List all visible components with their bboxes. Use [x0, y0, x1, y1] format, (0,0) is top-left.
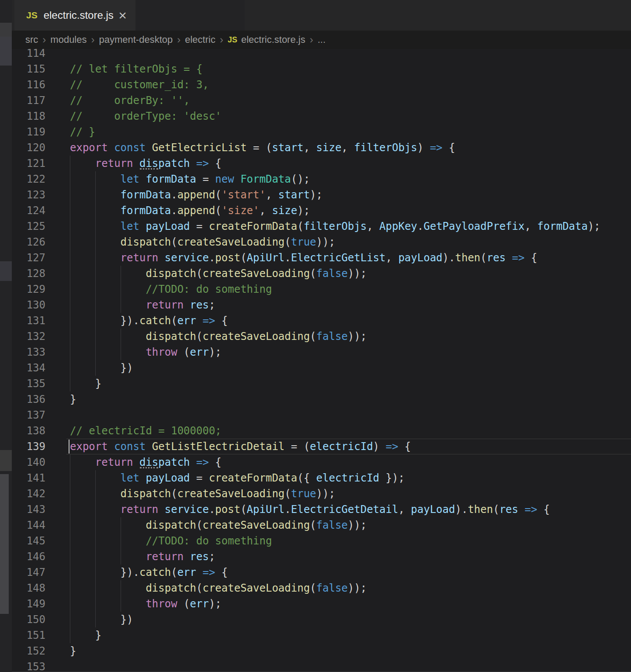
- line-number: 143: [12, 502, 45, 517]
- code-line[interactable]: 117// orderBy: '',: [12, 93, 631, 108]
- code-lines: 114115// let filterObjs = {116// custome…: [12, 49, 631, 672]
- code-text: }).catch(err => {: [70, 565, 228, 580]
- line-number: 138: [12, 423, 45, 439]
- line-number: 119: [12, 124, 45, 140]
- chevron-right-icon: ›: [177, 34, 180, 46]
- code-text: // customer_id: 3,: [70, 77, 209, 93]
- line-number: 132: [12, 329, 45, 344]
- code-line[interactable]: 122 let formData = new FormData();: [12, 171, 631, 187]
- line-number: 121: [12, 156, 45, 171]
- code-line[interactable]: 130 return res;: [12, 297, 631, 313]
- breadcrumb-item[interactable]: ...: [318, 34, 326, 45]
- code-text: //TODO: do something: [70, 533, 272, 549]
- code-line[interactable]: 146 return res;: [12, 549, 631, 565]
- line-number: 131: [12, 313, 45, 329]
- code-text: formData.append('start', start);: [70, 187, 322, 203]
- line-number: 117: [12, 93, 45, 108]
- line-number: 126: [12, 234, 45, 250]
- code-line[interactable]: 133 throw (err);: [12, 344, 631, 360]
- code-line[interactable]: 139export const GetListElectricDetail = …: [12, 439, 631, 454]
- code-line[interactable]: 115// let filterObjs = {: [12, 61, 631, 77]
- line-number: 128: [12, 266, 45, 281]
- code-line[interactable]: 148 dispatch(createSaveLoading(false));: [12, 580, 631, 596]
- code-line[interactable]: 141 let payLoad = createFormData({ elect…: [12, 470, 631, 486]
- code-line[interactable]: 153: [12, 659, 631, 672]
- code-text: // }: [70, 124, 95, 140]
- code-text: formData.append('size', size);: [70, 203, 310, 218]
- code-line[interactable]: 119// }: [12, 124, 631, 140]
- code-line[interactable]: 116// customer_id: 3,: [12, 77, 631, 93]
- line-number: 127: [12, 250, 45, 266]
- breadcrumb-label: electric: [185, 34, 215, 45]
- panel-sliver-block: [0, 450, 12, 471]
- code-line[interactable]: 151 }: [12, 627, 631, 643]
- code-line[interactable]: 118// orderType: 'desc': [12, 108, 631, 124]
- line-number: 137: [12, 407, 45, 423]
- code-line[interactable]: 123 formData.append('start', start);: [12, 187, 631, 203]
- code-line[interactable]: 138// electricId = 1000000;: [12, 423, 631, 439]
- code-line[interactable]: 129 //TODO: do something: [12, 281, 631, 297]
- line-number: 133: [12, 344, 45, 360]
- code-text: return service.post(ApiUrl.ElectricGetLi…: [70, 250, 537, 266]
- code-text: }): [70, 612, 133, 627]
- code-line[interactable]: 120export const GetElectricList = (start…: [12, 140, 631, 156]
- line-number: 146: [12, 549, 45, 565]
- code-line[interactable]: 142 dispatch(createSaveLoading(true));: [12, 486, 631, 502]
- breadcrumb-item[interactable]: electric: [185, 34, 215, 45]
- breadcrumb-label: ...: [318, 34, 326, 45]
- adjacent-panel-sliver: [0, 0, 12, 672]
- line-number: 136: [12, 391, 45, 407]
- editor-group: JS electric.store.js × src›modules›payme…: [12, 0, 631, 672]
- text-cursor: [69, 440, 69, 454]
- code-line[interactable]: 127 return service.post(ApiUrl.ElectricG…: [12, 250, 631, 266]
- code-line[interactable]: 132 dispatch(createSaveLoading(false));: [12, 329, 631, 344]
- code-line[interactable]: 121 return dispatch => {: [12, 156, 631, 171]
- code-line[interactable]: 152}: [12, 643, 631, 659]
- line-number: 152: [12, 643, 45, 659]
- code-line[interactable]: 114: [12, 49, 631, 61]
- code-line[interactable]: 125 let payLoad = createFormData(filterO…: [12, 218, 631, 234]
- line-number: 147: [12, 565, 45, 580]
- code-editor[interactable]: 114115// let filterObjs = {116// custome…: [12, 49, 631, 672]
- line-number: 120: [12, 140, 45, 156]
- breadcrumb-item[interactable]: JSelectric.store.js: [228, 34, 305, 45]
- breadcrumb-item[interactable]: modules: [50, 34, 87, 45]
- js-file-icon: JS: [26, 10, 38, 21]
- code-line[interactable]: 131 }).catch(err => {: [12, 313, 631, 329]
- code-text: let payLoad = createFormData(filterObjs,…: [70, 218, 600, 234]
- code-line[interactable]: 136}: [12, 391, 631, 407]
- code-text: dispatch(createSaveLoading(false));: [70, 329, 367, 344]
- breadcrumb-item[interactable]: src: [25, 34, 38, 45]
- code-text: }: [70, 643, 76, 659]
- code-line[interactable]: 134 }): [12, 360, 631, 376]
- code-line[interactable]: 149 throw (err);: [12, 596, 631, 612]
- line-number: 145: [12, 533, 45, 549]
- panel-scrollbar-thumb[interactable]: [0, 474, 9, 614]
- code-line[interactable]: 145 //TODO: do something: [12, 533, 631, 549]
- code-text: }): [70, 360, 133, 376]
- line-number: 149: [12, 596, 45, 612]
- breadcrumb-item[interactable]: payment-desktop: [99, 34, 173, 45]
- code-line[interactable]: 144 dispatch(createSaveLoading(false));: [12, 517, 631, 533]
- code-line[interactable]: 126 dispatch(createSaveLoading(true));: [12, 234, 631, 250]
- code-line[interactable]: 150 }): [12, 612, 631, 627]
- tab-bar: JS electric.store.js ×: [12, 0, 631, 31]
- code-line[interactable]: 140 return dispatch => {: [12, 454, 631, 470]
- close-icon[interactable]: ×: [118, 8, 127, 22]
- code-text: dispatch(createSaveLoading(true));: [70, 234, 335, 250]
- code-line[interactable]: 128 dispatch(createSaveLoading(false));: [12, 266, 631, 281]
- line-number: 151: [12, 627, 45, 643]
- code-text: }).catch(err => {: [70, 313, 228, 329]
- code-line[interactable]: 124 formData.append('size', size);: [12, 203, 631, 218]
- code-text: throw (err);: [70, 344, 222, 360]
- code-line[interactable]: 137: [12, 407, 631, 423]
- panel-sliver-block: [0, 261, 12, 281]
- code-line[interactable]: 143 return service.post(ApiUrl.ElectricG…: [12, 502, 631, 517]
- code-line[interactable]: 135 }: [12, 376, 631, 391]
- code-text: // let filterObjs = {: [70, 61, 202, 77]
- breadcrumb-label: payment-desktop: [99, 34, 173, 45]
- code-line[interactable]: 147 }).catch(err => {: [12, 565, 631, 580]
- code-text: return res;: [70, 297, 215, 313]
- tab-electric-store-js[interactable]: JS electric.store.js ×: [14, 0, 135, 31]
- line-number: 134: [12, 360, 45, 376]
